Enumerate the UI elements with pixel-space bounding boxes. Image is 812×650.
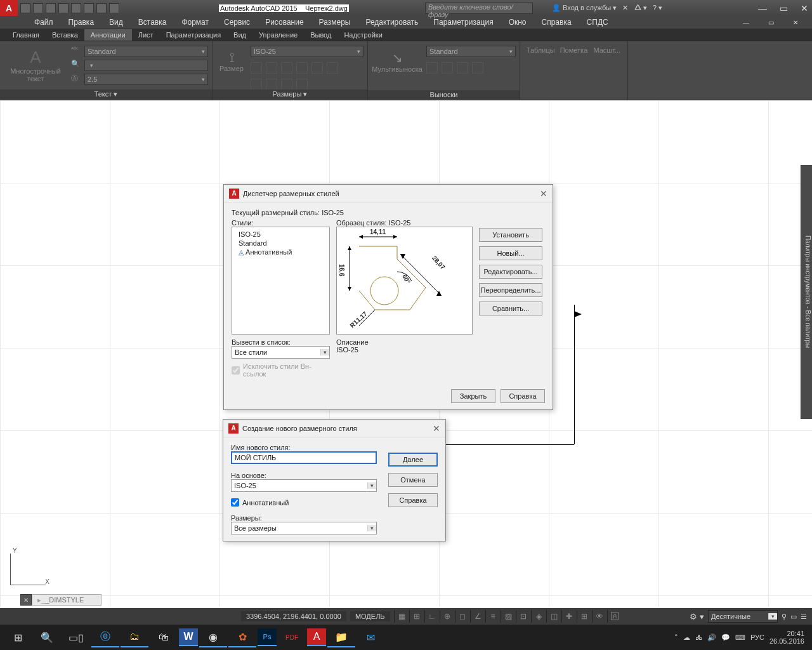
base-style-combo[interactable]: ISO-25 [231, 479, 377, 492]
qat-saveall-icon[interactable] [58, 3, 69, 13]
customize-status-icon[interactable]: ⚲ [782, 613, 787, 621]
autocad-logo-icon[interactable]: A [0, 0, 18, 16]
mleader-icon[interactable]: ↘ [372, 50, 422, 65]
panel-dim-label[interactable]: Размеры ▾ [213, 90, 367, 99]
help-button[interactable]: Справка [388, 493, 438, 507]
tab-annotate[interactable]: Аннотации [84, 29, 132, 41]
dim-style-dropdown[interactable]: ISO-25 [251, 46, 363, 57]
menu-parametric[interactable]: Параметризация [426, 18, 501, 27]
use-for-combo[interactable]: Все размеры [231, 522, 377, 534]
menu-dimension[interactable]: Размеры [311, 18, 358, 27]
tray-language[interactable]: РУС [750, 633, 764, 641]
menu-file[interactable]: Файл [27, 18, 61, 27]
find-text-input[interactable] [84, 60, 208, 71]
dim-aligned-icon[interactable] [266, 62, 277, 74]
qat-save-icon[interactable] [46, 3, 56, 13]
dim-arc-icon[interactable] [296, 62, 308, 74]
tray-chevron-icon[interactable]: ˄ [674, 633, 678, 642]
transparency-toggle[interactable]: ▨ [501, 610, 516, 623]
styles-listbox[interactable]: ISO-25 Standard ◬ Аннотативный [232, 227, 330, 335]
menu-help[interactable]: Справка [534, 18, 579, 27]
qat-new-icon[interactable] [20, 3, 30, 13]
qat-redo-icon[interactable] [96, 3, 107, 13]
menu-view[interactable]: Вид [102, 18, 131, 27]
close-button[interactable]: ✕ [801, 3, 808, 13]
quickprops-toggle[interactable]: ⊞ [577, 610, 592, 623]
override-button[interactable]: Переопределить... [479, 283, 542, 297]
explorer2-app-icon[interactable]: 📁 [327, 627, 355, 647]
tray-clock[interactable]: 20:4126.05.2016 [769, 630, 808, 645]
doc-close-icon[interactable]: ✕ [785, 19, 806, 26]
minimize-button[interactable]: — [758, 3, 767, 13]
dim-diameter-icon[interactable] [327, 62, 338, 74]
menu-tools[interactable]: Сервис [216, 18, 258, 27]
leader-add-icon[interactable] [426, 62, 438, 74]
tab-view[interactable]: Вид [227, 29, 252, 41]
close-icon[interactable]: ✕ [540, 189, 547, 199]
polar-toggle[interactable]: ⊕ [440, 610, 455, 623]
dimension-button[interactable]: Размер [216, 65, 247, 72]
pdf-app-icon[interactable]: PDF [278, 627, 306, 647]
dim-ordinate-icon[interactable] [281, 79, 292, 90]
markup-panel-button[interactable]: Пометка [557, 44, 590, 97]
qat-open-icon[interactable] [33, 3, 43, 13]
annoscale-toggle[interactable]: 🄰 [607, 610, 622, 623]
help-search-input[interactable]: Введите ключевое слово/фразу [425, 3, 533, 14]
menu-edit[interactable]: Правка [61, 18, 102, 27]
tab-layout[interactable]: Лист [132, 29, 160, 41]
text-height-dropdown[interactable]: 2.5 [84, 74, 208, 85]
workspace-switch[interactable]: ⚙ ▾ [690, 612, 704, 621]
snap-toggle[interactable]: ⊞ [409, 610, 424, 623]
qat-print-icon[interactable] [71, 3, 81, 13]
menu-modify[interactable]: Редактировать [358, 18, 426, 27]
units-dropdown[interactable]: Десятичные [708, 610, 778, 623]
mtext-button[interactable]: Многострочный текст [4, 67, 67, 83]
find-text-icon[interactable]: 🔍 [71, 60, 82, 71]
panel-leader-label[interactable]: Выноски [368, 90, 520, 99]
ortho-toggle[interactable]: ∟ [424, 610, 440, 623]
fullscreen-toggle[interactable]: ▭ [790, 613, 797, 621]
compare-button[interactable]: Сравнить... [479, 302, 542, 315]
close-icon[interactable]: ✕ [433, 423, 440, 434]
qat-more-icon[interactable] [109, 3, 119, 13]
leader-align-icon[interactable] [457, 62, 468, 74]
dim-radius-icon[interactable] [311, 62, 323, 74]
cmdline-close-icon[interactable]: ✕ [20, 594, 32, 606]
help-button[interactable]: Справка [501, 389, 545, 403]
qat-undo-icon[interactable] [84, 3, 94, 13]
otrack-toggle[interactable]: ∠ [470, 610, 485, 623]
text-style-dropdown[interactable]: Standard [84, 46, 208, 57]
dim-linear-icon[interactable] [251, 62, 262, 74]
photoshop-app-icon[interactable]: Ps [258, 628, 277, 646]
modelspace-toggle[interactable]: МОДЕЛЬ [350, 611, 390, 621]
dim-baseline-icon[interactable] [266, 79, 277, 90]
mleader-button[interactable]: Мультивыноска [372, 65, 422, 73]
store-app-icon[interactable]: 🛍 [150, 627, 178, 647]
panel-text-label[interactable]: Текст ▾ [0, 90, 212, 99]
leader-remove-icon[interactable] [442, 62, 453, 74]
menu-draw[interactable]: Рисование [258, 18, 311, 27]
list-item[interactable]: Standard [235, 239, 327, 248]
taskview-button[interactable]: ▭▯ [62, 627, 90, 647]
osnap-toggle[interactable]: ◻ [455, 610, 470, 623]
tab-insert[interactable]: Вставка [46, 29, 84, 41]
list-filter-combo[interactable]: Все стили [232, 346, 330, 359]
dyninput-toggle[interactable]: ⊡ [516, 610, 531, 623]
cancel-button[interactable]: Отмена [388, 473, 438, 487]
tool-palette[interactable]: Палитры инструментов - Все палитры [801, 165, 812, 419]
explorer-app-icon[interactable]: 🗂 [121, 627, 148, 647]
start-button[interactable]: ⊞ [4, 627, 32, 647]
chrome-app-icon[interactable]: ◉ [199, 627, 227, 647]
tab-output[interactable]: Вывод [304, 29, 337, 41]
doc-restore-icon[interactable]: ▭ [761, 19, 782, 26]
continue-button[interactable]: Далее [388, 453, 438, 467]
close-button[interactable]: Закрыть [451, 389, 495, 403]
autocad-app-icon[interactable]: A [307, 628, 326, 646]
list-item[interactable]: ◬ Аннотативный [235, 248, 327, 257]
status-menu-icon[interactable]: ☰ [801, 613, 807, 621]
dim-angular-icon[interactable] [281, 62, 292, 74]
grid-toggle[interactable]: ▦ [394, 610, 409, 623]
menu-spds[interactable]: СПДС [579, 18, 616, 27]
new-name-input[interactable]: МОЙ СТИЛЬ [231, 451, 377, 464]
app-icon[interactable]: ✿ [228, 627, 256, 647]
